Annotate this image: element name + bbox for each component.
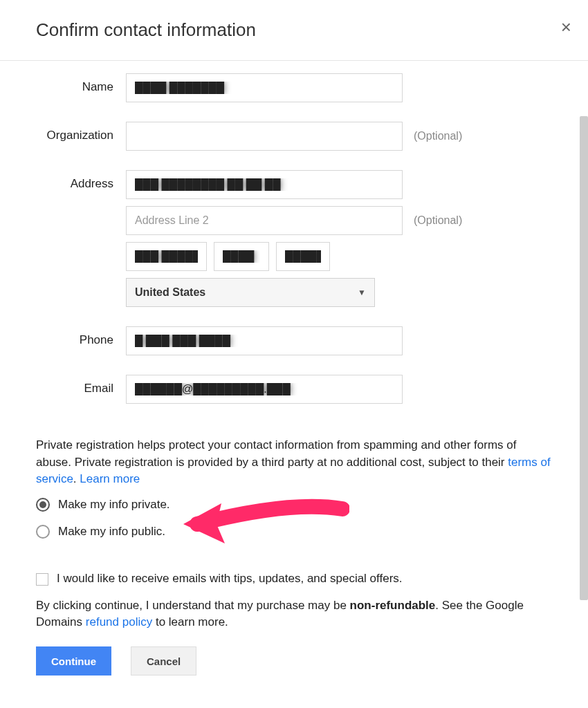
country-select-value: United States [135, 286, 205, 299]
organization-input[interactable] [126, 122, 403, 151]
continue-button[interactable]: Continue [36, 646, 111, 676]
close-icon[interactable]: × [561, 18, 571, 36]
radio-private-label: Make my info private. [58, 496, 170, 514]
label-phone: Phone [36, 326, 126, 347]
email-input[interactable] [126, 375, 403, 404]
confirm-contact-dialog: × Confirm contact information Name Organ… [0, 0, 588, 696]
phone-input[interactable] [126, 326, 403, 355]
email-optin-checkbox[interactable] [36, 573, 48, 586]
postal-input[interactable] [276, 242, 330, 271]
refund-policy-link[interactable]: refund policy [86, 615, 152, 628]
contact-form: Name Organization (Optional) Address (Op… [36, 61, 552, 430]
dialog-buttons: Continue Cancel [36, 646, 552, 676]
scrollbar[interactable] [580, 116, 588, 600]
label-email: Email [36, 375, 126, 395]
label-address: Address [36, 170, 126, 191]
city-input[interactable] [126, 242, 207, 271]
radio-public[interactable] [36, 525, 50, 539]
email-optin-row[interactable]: I would like to receive emails with tips… [36, 570, 552, 588]
radio-private-row[interactable]: Make my info private. [36, 496, 552, 514]
footer-nonrefundable: non-refundable [350, 599, 436, 612]
address-line2-input[interactable] [126, 206, 403, 235]
radio-public-row[interactable]: Make my info public. [36, 523, 552, 541]
address2-optional: (Optional) [414, 214, 462, 227]
region-input[interactable] [214, 242, 269, 271]
refund-disclaimer: By clicking continue, I understand that … [36, 597, 552, 631]
address-line1-input[interactable] [126, 170, 403, 199]
footer-post: to learn more. [152, 615, 228, 628]
country-select[interactable]: United States ▼ [126, 278, 375, 307]
privacy-section: Private registration helps protect your … [36, 437, 552, 588]
label-organization: Organization [36, 122, 126, 142]
privacy-description: Private registration helps protect your … [36, 437, 552, 488]
name-input[interactable] [126, 73, 403, 102]
privacy-sep: . [73, 472, 80, 485]
chevron-down-icon: ▼ [358, 288, 366, 297]
learn-more-link[interactable]: Learn more [80, 472, 140, 485]
dialog-title: Confirm contact information [36, 19, 552, 41]
radio-public-label: Make my info public. [58, 523, 165, 541]
cancel-button[interactable]: Cancel [131, 646, 196, 676]
radio-private[interactable] [36, 498, 50, 512]
privacy-intro-text: Private registration helps protect your … [36, 438, 516, 469]
footer-pre: By clicking continue, I understand that … [36, 599, 350, 612]
email-optin-label: I would like to receive emails with tips… [57, 570, 403, 588]
label-name: Name [36, 73, 126, 94]
organization-optional: (Optional) [414, 130, 462, 142]
